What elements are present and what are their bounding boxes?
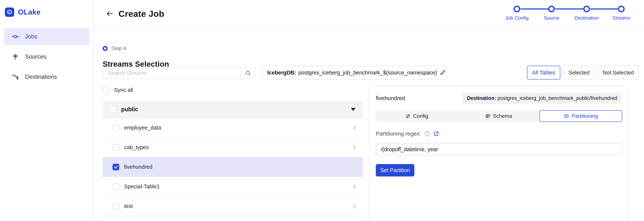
brand-name: OLake <box>18 8 40 16</box>
back-button[interactable] <box>106 9 114 18</box>
stream-list: public employee_data cab_types fivehundr… <box>102 101 363 220</box>
tab-schema[interactable]: Schema <box>458 110 540 122</box>
stream-name: employee_data <box>124 125 161 131</box>
stepper-step-source[interactable]: Source <box>544 5 559 21</box>
schema-group-header[interactable]: public <box>102 101 363 118</box>
namespace-label: IcebergDB: <box>267 70 296 76</box>
olake-logo-icon <box>5 7 14 17</box>
tab-label: Config <box>413 113 428 119</box>
stream-row-special-table1[interactable]: Special-Table1 <box>102 177 363 196</box>
page-header: Create Job Job Config Source Destination… <box>94 0 644 25</box>
stepper-step-job-config[interactable]: Job Config <box>505 5 528 21</box>
collapse-caret-icon[interactable] <box>351 108 356 111</box>
sync-all-label: Sync all <box>114 87 133 93</box>
partitioning-regex-row: Partitioning regex: <box>376 130 622 137</box>
sidebar-item-label: Destinations <box>25 74 57 80</box>
stepper-step-destination[interactable]: Destination <box>574 5 599 21</box>
schema-group-name: public <box>121 106 138 113</box>
stream-row-cab-types[interactable]: cab_types <box>102 137 363 157</box>
tab-config[interactable]: Config <box>376 110 458 122</box>
sidebar-item-destinations[interactable]: Destinations <box>4 68 89 85</box>
step-dot-icon <box>548 5 555 12</box>
sidebar-item-jobs[interactable]: Jobs <box>4 28 89 45</box>
schema-columns-icon <box>485 113 490 119</box>
sidebar-nav: Jobs Sources Destination <box>4 28 89 85</box>
app-window: OLake Jobs Sources <box>0 0 644 221</box>
stream-name: test <box>124 203 133 209</box>
chevron-right-icon[interactable] <box>352 125 357 131</box>
detail-tab-bar: Config Schema Partitioning <box>376 110 622 122</box>
stream-row-employee-data[interactable]: employee_data <box>102 118 363 137</box>
destinations-icon <box>11 73 20 81</box>
filter-all-tables-button[interactable]: All Tables <box>527 66 560 79</box>
namespace-value: postgres_iceberg_job_benchmark_${source_… <box>298 70 437 76</box>
chevron-right-icon[interactable] <box>352 184 357 190</box>
external-link-icon[interactable] <box>433 131 439 137</box>
chevron-right-icon[interactable] <box>352 204 357 209</box>
page-title: Create Job <box>118 8 164 19</box>
info-icon[interactable] <box>424 131 430 137</box>
search-input[interactable] <box>103 67 240 79</box>
stream-checkbox[interactable] <box>112 125 119 131</box>
stream-checkbox[interactable] <box>112 183 119 190</box>
step-dot-icon <box>514 5 520 12</box>
search-icon <box>245 70 251 76</box>
step-label: Destination <box>574 15 599 21</box>
step-number-label: Step 4 <box>112 45 126 51</box>
sync-all-checkbox[interactable] <box>102 87 109 93</box>
config-sliders-icon <box>405 113 410 119</box>
partitioning-regex-label: Partitioning regex: <box>376 130 421 137</box>
stream-name: Special-Table1 <box>124 184 160 190</box>
stream-row-partial <box>102 216 363 220</box>
detail-header: fivehundred Destination: postgres_iceber… <box>376 93 622 103</box>
step-dot-icon <box>583 5 590 12</box>
stream-row-test[interactable]: test <box>102 196 363 216</box>
step-label: Job Config <box>505 15 528 21</box>
chevron-right-icon[interactable] <box>352 145 357 150</box>
destination-badge-value: postgres_iceberg_job_benchmark_public/fi… <box>496 95 617 101</box>
check-icon <box>114 165 118 170</box>
stepper-step-streams[interactable]: Streams <box>612 5 630 21</box>
filter-selected-button[interactable]: Selected <box>564 66 595 79</box>
stream-detail-panel: fivehundred Destination: postgres_iceber… <box>369 86 629 221</box>
jobs-icon <box>11 32 20 41</box>
schema-group-checkbox[interactable] <box>109 106 116 113</box>
set-partition-button[interactable]: Set Partition <box>376 164 414 176</box>
stream-checkbox[interactable] <box>112 144 119 151</box>
step-ring-icon <box>102 46 108 51</box>
detail-stream-name: fivehundred <box>376 95 405 101</box>
sidebar-item-sources[interactable]: Sources <box>4 48 89 65</box>
iceberg-namespace-field[interactable]: IcebergDB: postgres_iceberg_job_benchmar… <box>262 66 447 79</box>
stream-search-box <box>102 67 256 79</box>
table-filter-group: All Tables Selected Not Selected <box>527 66 639 79</box>
stream-checkbox[interactable] <box>112 203 119 210</box>
sync-all-row: Sync all <box>102 87 133 93</box>
tab-label: Partitioning <box>572 113 598 119</box>
step-label: Source <box>544 15 559 21</box>
step-indicator: Step 4 <box>102 45 126 51</box>
step-dot-icon <box>618 5 625 12</box>
brand-logo[interactable]: OLake <box>5 7 40 17</box>
destination-badge-label: Destination: <box>467 95 496 101</box>
sidebar: OLake Jobs Sources <box>0 0 94 221</box>
tab-partitioning[interactable]: Partitioning <box>540 110 622 122</box>
step-label: Streams <box>612 15 630 21</box>
sidebar-item-label: Jobs <box>25 33 37 40</box>
filter-not-selected-button[interactable]: Not Selected <box>598 66 639 79</box>
stream-checkbox-checked[interactable] <box>112 164 119 170</box>
tab-label: Schema <box>493 113 512 119</box>
partitioning-regex-input[interactable] <box>376 143 622 156</box>
partitioning-grid-icon <box>564 113 569 119</box>
stream-name: fivehundred <box>124 164 152 170</box>
stream-row-fivehundred[interactable]: fivehundred <box>102 157 363 177</box>
destination-badge: Destination: postgres_iceberg_job_benchm… <box>462 93 622 104</box>
sources-icon <box>11 53 20 61</box>
edit-pencil-icon[interactable] <box>440 70 446 75</box>
sidebar-item-label: Sources <box>25 53 46 60</box>
stream-name: cab_types <box>124 144 149 150</box>
search-button[interactable] <box>240 67 255 79</box>
